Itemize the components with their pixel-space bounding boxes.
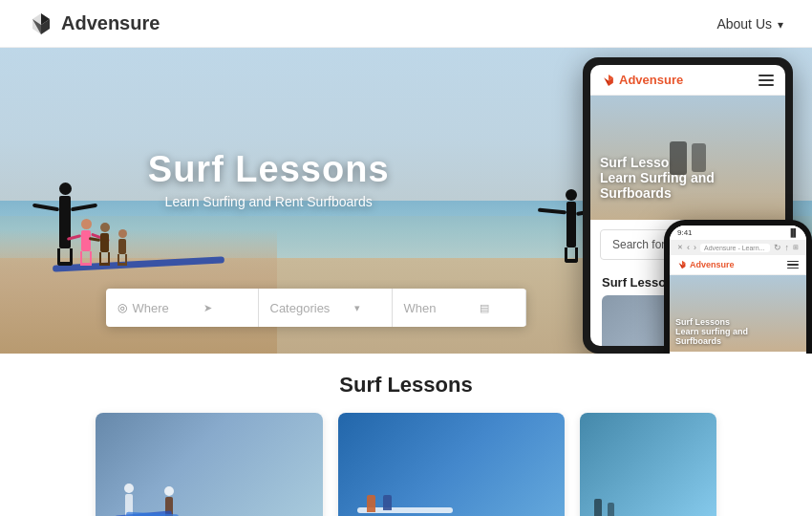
phone-mockup: 9:41 ▐▌ ✕ ‹ › Advensure - Learn... ↻ ↑ ⊞ — [664, 220, 812, 354]
svg-marker-5 — [604, 77, 609, 86]
phone-status-bar: 9:41 ▐▌ — [670, 226, 806, 240]
chevron-down-icon — [776, 16, 783, 32]
phone-time: 9:41 — [677, 228, 693, 237]
send-icon: ➤ — [203, 302, 212, 314]
tablet-hero-text: Surf Lesso Learn Surfing and Surfboards — [600, 155, 715, 201]
phone-header: Advensure — [670, 255, 806, 275]
listing-card-img-2 — [580, 413, 716, 516]
hero-text-block: Surf Lessons Learn Surfing and Rent Surf… — [148, 149, 390, 209]
chevron-categories-icon: ▾ — [354, 302, 360, 314]
browser-refresh-icon[interactable]: ↻ — [774, 243, 781, 252]
listing-card-1[interactable]: Surfing Lessons For Kids ⏱ 2.0 Hour(s) F… — [338, 413, 566, 516]
categories-placeholder: Categories — [270, 301, 331, 315]
figure-group — [57, 183, 127, 266]
tablet-hero-line1: Surf Lesso — [600, 155, 715, 170]
logo[interactable]: Advensure — [29, 11, 160, 36]
tablet-header: Advensure — [590, 65, 785, 96]
card-3-figures — [594, 499, 614, 516]
tablet-hero-line3: Surfboards — [600, 185, 715, 201]
tablet-brand-name: Advensure — [619, 73, 683, 87]
figure-2 — [80, 219, 92, 266]
kid-2 — [383, 495, 392, 510]
browser-share-icon[interactable]: ↑ — [785, 243, 790, 252]
figure-1 — [57, 183, 73, 266]
when-placeholder: When — [404, 301, 437, 315]
phone-logo-icon — [677, 260, 687, 269]
browser-tabs-icon[interactable]: ⊞ — [793, 244, 799, 251]
listing-card-img-0 — [96, 413, 323, 516]
brand-name: Advensure — [61, 12, 160, 34]
phone-hero: Surf Lessons Learn surfing and Surfboard… — [670, 275, 806, 352]
search-bar: ◎ Where ➤ Categories ▾ When ▤ — [106, 289, 526, 327]
tablet-hero: Surf Lesso Learn Surfing and Surfboards — [590, 96, 785, 220]
phone-brand-name: Advensure — [690, 260, 735, 269]
tablet-hamburger[interactable] — [759, 75, 774, 86]
phone-hero-line2: Learn surfing and — [675, 327, 748, 336]
phone-hamburger[interactable] — [787, 261, 799, 269]
listing-card-0[interactable]: Rent A Board ⏱ 1.0 Hour(s) From INR ₹190 — [96, 413, 323, 516]
site-header: Advensure About Us — [0, 0, 812, 48]
kids-figures — [367, 495, 392, 512]
where-field[interactable]: ◎ Where ➤ — [106, 289, 259, 327]
phone-browser-bar: ✕ ‹ › Advensure - Learn... ↻ ↑ ⊞ — [670, 240, 806, 255]
phone-hero-line1: Surf Lessons — [675, 317, 748, 327]
phone-hero-text: Surf Lessons Learn surfing and Surfboard… — [675, 317, 748, 346]
categories-field[interactable]: Categories ▾ — [259, 289, 393, 327]
solo-surfer — [565, 189, 578, 263]
calendar-icon: ▤ — [480, 302, 489, 314]
browser-forward-icon[interactable]: › — [694, 243, 696, 252]
phone-screen: 9:41 ▐▌ ✕ ‹ › Advensure - Learn... ↻ ↑ ⊞ — [670, 226, 806, 354]
hero-section: Surf Lessons Learn Surfing and Rent Surf… — [0, 48, 812, 354]
tablet-logo-icon — [602, 74, 615, 87]
when-field[interactable]: When ▤ — [393, 289, 526, 327]
about-label: About Us — [716, 16, 772, 32]
browser-close-icon: ✕ — [677, 244, 683, 251]
hero-title: Surf Lessons — [148, 149, 390, 190]
where-placeholder: Where — [133, 301, 169, 315]
card-figures — [124, 484, 174, 516]
listing-cards: Rent A Board ⏱ 1.0 Hour(s) From INR ₹190 — [96, 413, 716, 516]
about-nav[interactable]: About Us — [716, 16, 783, 32]
listing-card-2[interactable]: Begi... ⏱ 1.0 Hour(s) — [580, 413, 716, 516]
phone-hero-line3: Surfboards — [675, 336, 748, 346]
phone-battery-icon: ▐▌ — [788, 228, 799, 237]
hero-subtitle: Learn Surfing and Rent Surfboards — [148, 194, 390, 209]
listing-card-img-1 — [338, 413, 566, 516]
tablet-hero-line2: Learn Surfing and — [600, 170, 715, 185]
browser-url-text: Advensure - Learn... — [704, 245, 764, 251]
browser-back-icon[interactable]: ‹ — [687, 243, 690, 252]
logo-icon — [29, 11, 53, 36]
browser-url-input[interactable]: Advensure - Learn... — [700, 244, 770, 252]
kid-1 — [367, 495, 375, 512]
figure-3 — [99, 223, 110, 266]
phone-logo: Advensure — [677, 260, 735, 269]
card-3-figure-2 — [608, 503, 614, 516]
card-3-figure-1 — [594, 499, 602, 516]
tablet-logo: Advensure — [602, 73, 683, 87]
figure-4 — [118, 229, 127, 266]
listings-section: Surf Lessons — [0, 354, 812, 516]
svg-marker-8 — [679, 263, 682, 269]
location-icon: ◎ — [118, 301, 127, 314]
listings-title: Surf Lessons — [96, 373, 716, 398]
